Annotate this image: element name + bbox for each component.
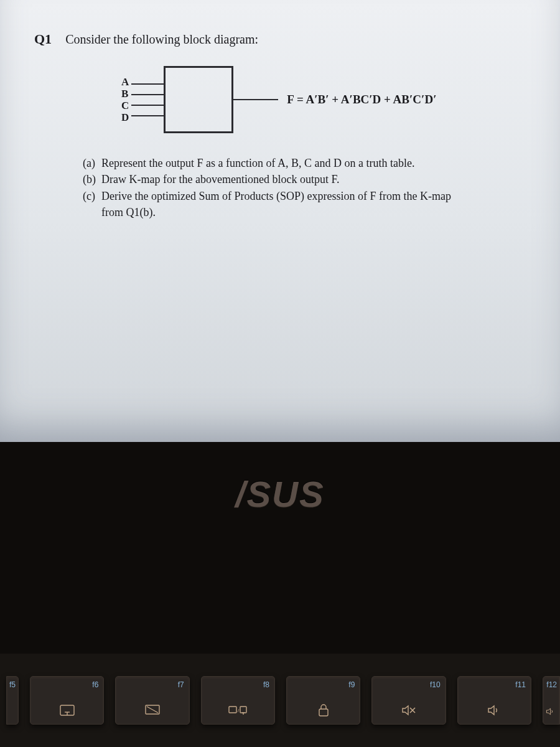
lock-icon [292,702,355,719]
part-b: (b) Draw K-map for the abovementioned bl… [83,172,535,187]
question-header: Q1 Consider the following block diagram: [34,31,535,47]
diagram-inputs: A B C D [121,77,129,123]
svg-rect-5 [229,707,236,713]
key-f10[interactable]: f10 [371,676,446,725]
document-screen: Q1 Consider the following block diagram:… [0,0,560,442]
laptop-brand: /SUS [0,473,560,515]
screen-off-icon [121,702,184,719]
f12-label: f12 [546,680,557,689]
question-parts: (a) Represent the output F as a function… [83,156,535,220]
volume-down-icon [463,702,526,719]
output-formula: F = A′B′ + A′BC′D + AB′C′D′ [287,93,436,106]
f6-label: f6 [35,680,98,689]
display-toggle-icon: / [207,702,269,719]
f11-label: f11 [463,680,526,689]
part-a: (a) Represent the output F as a function… [83,156,535,171]
input-wires [131,77,164,122]
key-f6[interactable]: f6 [30,676,104,725]
svg-rect-10 [319,709,328,716]
part-b-text: Draw K-map for the abovementioned block … [101,172,339,187]
svg-text:/: / [238,708,240,713]
part-a-text: Represent the output F as a function of … [101,156,414,171]
f8-label: f8 [207,680,269,689]
input-b: B [121,88,129,99]
part-c-text: Derive the optimized Sum of Products (SO… [101,189,451,204]
block-diagram: A B C D F = A′B′ + A′BC′D + AB′C′D′ [121,62,535,137]
mute-icon [377,702,440,719]
logic-block [164,66,233,133]
svg-rect-7 [240,707,246,713]
laptop-keyboard: f5 f6 f7 f8 / f9 f10 f11 [0,654,560,747]
question-number: Q1 [34,31,52,47]
key-f9[interactable]: f9 [286,676,360,725]
f9-label: f9 [292,680,355,689]
key-f8[interactable]: f8 / [201,676,275,725]
part-c-label: (c) [83,189,98,204]
part-a-label: (a) [83,156,98,171]
f7-label: f7 [121,680,184,689]
output-wire [233,99,278,100]
volume-up-icon [546,703,557,720]
key-f5[interactable]: f5 [6,676,19,725]
touchpad-off-icon [35,702,98,719]
key-f7[interactable]: f7 [115,676,189,725]
input-a: A [121,77,129,87]
question-title: Consider the following block diagram: [65,32,258,47]
svg-line-4 [147,707,158,713]
input-d: D [121,112,129,123]
f10-label: f10 [377,680,440,689]
key-f12[interactable]: f12 [543,676,560,725]
input-c: C [121,100,129,111]
part-b-label: (b) [83,172,98,187]
f5-label: f5 [9,680,16,689]
part-c: (c) Derive the optimized Sum of Products… [83,189,535,204]
key-f11[interactable]: f11 [457,676,531,725]
part-c-continued: from Q1(b). [101,205,535,220]
